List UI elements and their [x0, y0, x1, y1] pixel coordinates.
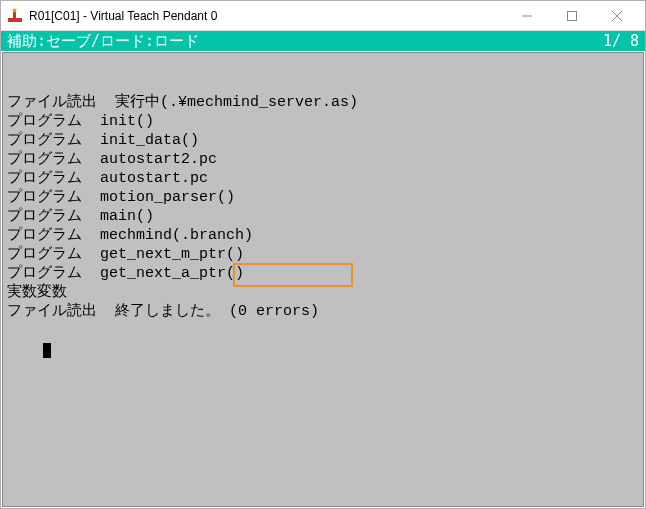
- terminal-line: ファイル読出 実行中(.¥mechmind_server.as): [7, 93, 639, 112]
- terminal-line: プログラム motion_parser(): [7, 188, 639, 207]
- terminal-line: プログラム mechmind(.branch): [7, 226, 639, 245]
- page-indicator: 1/ 8: [603, 32, 639, 50]
- terminal-line: 実数変数: [7, 283, 639, 302]
- titlebar[interactable]: R01[C01] - Virtual Teach Pendant 0: [1, 1, 645, 31]
- maximize-button[interactable]: [549, 2, 594, 30]
- window-controls: [504, 2, 639, 30]
- terminal-cursor: [43, 343, 51, 358]
- terminal-line: プログラム main(): [7, 207, 639, 226]
- mode-path: 補助:セーブ/ロード:ロード: [7, 32, 603, 51]
- mode-header: 補助:セーブ/ロード:ロード 1/ 8: [1, 31, 645, 51]
- terminal-line: プログラム init_data(): [7, 131, 639, 150]
- svg-point-2: [13, 8, 17, 12]
- terminal-line: ファイル読出 終了しました。 (0 errors): [7, 302, 639, 321]
- terminal-output[interactable]: ファイル読出 実行中(.¥mechmind_server.as)プログラム in…: [2, 52, 644, 507]
- terminal-line: プログラム get_next_a_ptr(): [7, 264, 639, 283]
- terminal-line: プログラム autostart.pc: [7, 169, 639, 188]
- window-title: R01[C01] - Virtual Teach Pendant 0: [29, 9, 504, 23]
- terminal-line: プログラム get_next_m_ptr(): [7, 245, 639, 264]
- svg-rect-4: [567, 11, 576, 20]
- app-window: R01[C01] - Virtual Teach Pendant 0 補助:セー…: [0, 0, 646, 509]
- terminal-line: プログラム init(): [7, 112, 639, 131]
- app-icon: [7, 8, 23, 24]
- terminal-line: プログラム autostart2.pc: [7, 150, 639, 169]
- minimize-button[interactable]: [504, 2, 549, 30]
- close-button[interactable]: [594, 2, 639, 30]
